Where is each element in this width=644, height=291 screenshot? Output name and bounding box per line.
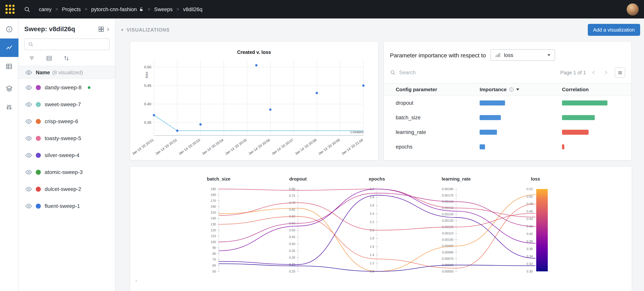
breadcrumb-item-Projects[interactable]: Projects (62, 6, 81, 12)
parallel-coordinates-panel[interactable]: batch_size190180170160150140130120110100… (130, 166, 632, 291)
grid-icon[interactable] (98, 26, 105, 33)
run-row-sweet-sweep-7[interactable]: sweet-sweep-7 (18, 96, 115, 113)
chevron-down-icon (548, 54, 551, 56)
visibility-eye-icon[interactable] (26, 84, 32, 91)
importance-panel-title: Parameter importance with respect to (390, 52, 486, 58)
search-icon (28, 42, 34, 47)
visibility-eye-icon[interactable] (26, 169, 32, 175)
svg-text:0.40: 0.40 (289, 242, 295, 246)
breadcrumb-item-v8dil26q[interactable]: v8dil26q (183, 6, 202, 12)
svg-text:0.40: 0.40 (526, 232, 533, 236)
avatar[interactable] (627, 3, 638, 15)
svg-text:1.4: 1.4 (370, 253, 374, 257)
search-icon[interactable] (24, 6, 30, 12)
svg-text:80: 80 (212, 252, 216, 256)
run-row-dandy-sweep-8[interactable]: dandy-sweep-8 (18, 79, 115, 96)
column-config-parameter[interactable]: Config parameter (396, 86, 480, 92)
importance-row-batch_size[interactable]: batch_size (390, 110, 625, 125)
run-row-crisp-sweep-6[interactable]: crisp-sweep-6 (18, 113, 115, 130)
chevron-right-icon[interactable] (106, 27, 110, 32)
visibility-eye-icon[interactable] (26, 152, 32, 158)
list-layout-icon[interactable] (46, 55, 52, 62)
breadcrumb-item-Sweeps[interactable]: Sweeps (154, 6, 173, 12)
created-vs-loss-panel[interactable]: Created v. loss Jan 14 '20 20:51Jan 14 '… (130, 41, 378, 160)
svg-text:1.2: 1.2 (370, 261, 374, 265)
parameter-importance-panel: Parameter importance with respect to los… (384, 41, 632, 160)
parallel-coordinates-chart[interactable]: batch_size190180170160150140130120110100… (130, 167, 632, 282)
lock-open-icon (139, 7, 144, 12)
page-indicator: Page 1 of 1 (560, 70, 586, 76)
svg-text:50: 50 (212, 270, 216, 273)
svg-text:Jan 14 '20 20:51: Jan 14 '20 20:51 (131, 138, 154, 156)
run-row-fluent-sweep-1[interactable]: fluent-sweep-1 (18, 198, 115, 214)
hamburger-menu-icon[interactable] (615, 67, 625, 78)
svg-text:0.00180: 0.00180 (442, 187, 454, 191)
column-correlation[interactable]: Correlation (562, 86, 631, 92)
visualizations-section-title[interactable]: VISUALIZATIONS (127, 27, 170, 32)
artifacts-icon[interactable] (0, 79, 18, 98)
sort-desc-caret-icon (516, 88, 519, 90)
run-list-header[interactable]: Name (8 visualized) (18, 66, 115, 79)
run-row-atomic-sweep-3[interactable]: atomic-sweep-3 (18, 164, 115, 180)
section-collapse-caret-icon[interactable]: ▼ (120, 28, 124, 32)
svg-text:1.8: 1.8 (370, 236, 374, 240)
filter-icon[interactable] (28, 55, 35, 62)
svg-text:60: 60 (212, 264, 216, 267)
importance-search-input[interactable] (399, 70, 557, 76)
charts-icon[interactable] (0, 38, 18, 57)
run-row-toasty-sweep-5[interactable]: toasty-sweep-5 (18, 130, 115, 147)
run-name: sweet-sweep-7 (45, 101, 81, 108)
run-row-dulcet-sweep-2[interactable]: dulcet-sweep-2 (18, 180, 115, 198)
breadcrumb-item-pytorch-cnn-fashion[interactable]: pytorch-cnn-fashion (91, 6, 144, 12)
search-icon (390, 70, 396, 76)
table-icon[interactable] (0, 57, 18, 76)
add-visualization-button[interactable]: Add a visualization (588, 24, 640, 36)
svg-text:loss: loss (144, 72, 148, 78)
svg-text:2.2: 2.2 (370, 220, 374, 224)
visibility-eye-icon[interactable] (26, 69, 32, 76)
wandb-logo[interactable] (6, 4, 15, 14)
run-name: fluent-sweep-1 (45, 203, 80, 209)
visibility-eye-icon[interactable] (26, 135, 32, 142)
importance-row-learning_rate[interactable]: learning_rate (390, 125, 625, 139)
correlation-bar (562, 130, 588, 134)
visibility-eye-icon[interactable] (26, 101, 32, 108)
column-importance[interactable]: Importance (480, 86, 562, 92)
svg-text:140: 140 (210, 216, 216, 220)
run-row-silver-sweep-4[interactable]: silver-sweep-4 (18, 147, 115, 164)
svg-text:0.46: 0.46 (526, 210, 533, 213)
visibility-eye-icon[interactable] (26, 203, 32, 209)
breadcrumb-item-carey[interactable]: carey (39, 6, 52, 12)
svg-text:0.35: 0.35 (289, 249, 295, 253)
importance-bar-cell (480, 100, 562, 105)
svg-text:130: 130 (210, 222, 216, 226)
svg-text:0.44: 0.44 (526, 217, 533, 221)
next-page-button[interactable] (601, 68, 610, 77)
svg-text:190: 190 (210, 187, 216, 191)
run-color-dot (36, 152, 41, 158)
visibility-eye-icon[interactable] (26, 118, 32, 124)
sort-icon[interactable] (63, 55, 70, 62)
importance-row-epochs[interactable]: epochs (390, 139, 625, 154)
sidebar-search-box[interactable] (24, 38, 110, 50)
prev-page-button[interactable] (589, 68, 598, 77)
svg-text:2.6: 2.6 (370, 204, 374, 207)
created-loss-chart[interactable]: Jan 14 '20 20:51Jan 14 '20 20:52Jan 14 '… (130, 42, 378, 160)
svg-text:0.45: 0.45 (289, 235, 295, 239)
sidebar-search-input[interactable] (36, 42, 106, 47)
metric-select-dropdown[interactable]: loss (490, 49, 555, 61)
svg-text:Jan 14 '20 20:59: Jan 14 '20 20:59 (318, 138, 340, 156)
bar-chart-icon (495, 52, 500, 58)
svg-text:dropout: dropout (289, 176, 307, 182)
svg-text:180: 180 (210, 193, 216, 197)
svg-text:0.00130: 0.00130 (442, 219, 454, 222)
visibility-eye-icon[interactable] (26, 186, 32, 192)
overview-icon[interactable] (0, 20, 18, 38)
correlation-bar-cell (562, 130, 625, 134)
svg-text:0.40: 0.40 (144, 102, 151, 106)
run-list: dandy-sweep-8sweet-sweep-7crisp-sweep-6t… (18, 79, 115, 214)
importance-row-dropout[interactable]: dropout (390, 96, 625, 110)
run-color-dot (36, 102, 41, 107)
run-list-header-count: (8 visualized) (52, 70, 83, 75)
sweep-controls-icon[interactable] (0, 98, 18, 116)
